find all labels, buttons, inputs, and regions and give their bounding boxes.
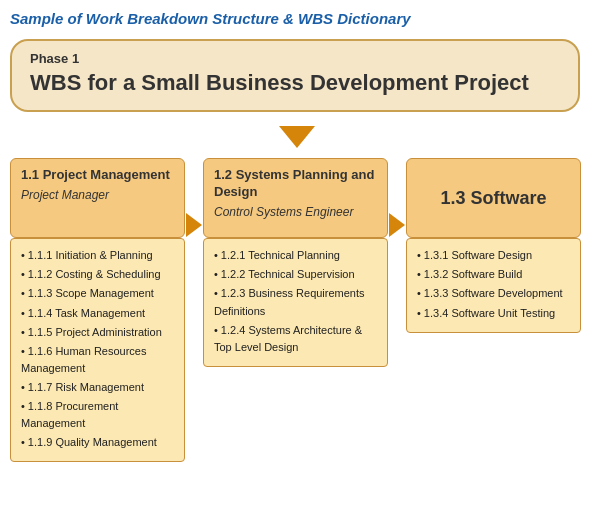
arrow-right-1-icon — [185, 158, 203, 237]
col3-detail: 1.3.1 Software Design 1.3.2 Software Bui… — [406, 238, 581, 332]
list-item: 1.1.4 Task Management — [21, 305, 174, 322]
list-item: 1.3.1 Software Design — [417, 247, 570, 264]
list-item: 1.3.2 Software Build — [417, 266, 570, 283]
list-item: 1.2.3 Business Requirements Definitions — [214, 285, 377, 319]
arrow-right-2-icon — [388, 158, 406, 237]
columns-container: 1.1 Project Management Project Manager 1… — [10, 158, 583, 462]
list-item: 1.1.6 Human Resources Management — [21, 343, 174, 377]
page-title: Sample of Work Breakdown Structure & WBS… — [10, 10, 583, 27]
col3-header: 1.3 Software — [406, 158, 581, 238]
list-item: 1.2.1 Technical Planning — [214, 247, 377, 264]
list-item: 1.1.3 Scope Management — [21, 285, 174, 302]
col3-header-title: 1.3 Software — [440, 187, 546, 210]
arrow-right-1-shape — [186, 213, 202, 237]
col3-detail-list: 1.3.1 Software Design 1.3.2 Software Bui… — [417, 247, 570, 321]
list-item: 1.1.1 Initiation & Planning — [21, 247, 174, 264]
arrow-right-2-shape — [389, 213, 405, 237]
col1-detail: 1.1.1 Initiation & Planning 1.1.2 Costin… — [10, 238, 185, 462]
col2-detail-list: 1.2.1 Technical Planning 1.2.2 Technical… — [214, 247, 377, 355]
down-arrow-icon — [279, 126, 315, 148]
list-item: 1.1.7 Risk Management — [21, 379, 174, 396]
list-item: 1.1.5 Project Administration — [21, 324, 174, 341]
list-item: 1.1.2 Costing & Scheduling — [21, 266, 174, 283]
list-item: 1.3.4 Software Unit Testing — [417, 305, 570, 322]
list-item: 1.3.3 Software Development — [417, 285, 570, 302]
col2-header-subtitle: Control Systems Engineer — [214, 205, 377, 219]
phase-label: Phase 1 — [30, 51, 560, 66]
column-1: 1.1 Project Management Project Manager 1… — [10, 158, 185, 462]
column-3: 1.3 Software 1.3.1 Software Design 1.3.2… — [406, 158, 581, 332]
col1-header-title: 1.1 Project Management — [21, 167, 174, 184]
column-2: 1.2 Systems Planning and Design Control … — [203, 158, 388, 366]
col2-header-title: 1.2 Systems Planning and Design — [214, 167, 377, 201]
col1-header: 1.1 Project Management Project Manager — [10, 158, 185, 238]
list-item: 1.2.2 Technical Supervision — [214, 266, 377, 283]
list-item: 1.1.8 Procurement Management — [21, 398, 174, 432]
col1-detail-list: 1.1.1 Initiation & Planning 1.1.2 Costin… — [21, 247, 174, 451]
list-item: 1.1.9 Quality Management — [21, 434, 174, 451]
col1-header-subtitle: Project Manager — [21, 188, 174, 202]
phase-box: Phase 1 WBS for a Small Business Develop… — [10, 39, 580, 112]
list-item: 1.2.4 Systems Architecture & Top Level D… — [214, 322, 377, 356]
phase-title: WBS for a Small Business Development Pro… — [30, 70, 560, 96]
col2-header: 1.2 Systems Planning and Design Control … — [203, 158, 388, 238]
col2-detail: 1.2.1 Technical Planning 1.2.2 Technical… — [203, 238, 388, 366]
